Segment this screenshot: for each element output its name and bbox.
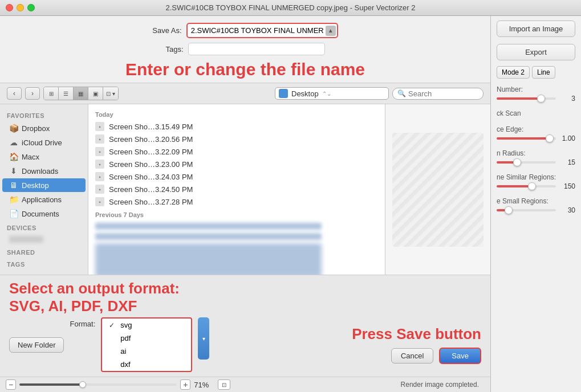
radius-slider-thumb[interactable] (513, 158, 521, 166)
select-format-instruction: Select an output format:SVG, AI, PDF, DX… (9, 280, 481, 315)
list-item[interactable]: ▪ Screen Sho…3.24.03 PM (88, 170, 385, 183)
view-cover-btn[interactable]: ▣ (88, 87, 103, 100)
shared-section-title: Shared (0, 246, 88, 258)
format-option-svg[interactable]: ✓ svg (102, 318, 191, 332)
zoom-slider-thumb[interactable] (79, 381, 86, 388)
sidebar-item-documents[interactable]: 📄 Documents (2, 207, 86, 220)
close-button[interactable] (6, 4, 13, 11)
window-title: 2.SWIC#10CB TOYBOX FINAL UNMERGED copy.j… (165, 3, 415, 12)
sidebar-item-dropbox[interactable]: 📦 Dropbox (2, 121, 86, 135)
sidebar-item-device[interactable] (2, 234, 86, 245)
import-image-button[interactable]: Import an Image (497, 21, 575, 37)
new-folder-button[interactable]: New Folder (9, 337, 64, 353)
similar-slider-thumb[interactable] (528, 182, 536, 190)
list-item[interactable]: ▪ Screen Sho…3.23.00 PM (88, 158, 385, 170)
number-label: Number: (497, 85, 575, 93)
bottom-right: Press Save button Cancel Save (352, 325, 481, 364)
list-item[interactable]: ▪ Screen Sho…3.27.28 PM (88, 195, 385, 208)
zoom-slider-track[interactable] (19, 383, 177, 386)
sidebar-item-macx[interactable]: 🏠 Macx (2, 150, 86, 164)
format-option-pdf[interactable]: pdf (102, 332, 191, 345)
window-controls[interactable] (6, 4, 35, 11)
zoom-bar: − + 71% ⊡ Render image completed. (0, 377, 490, 392)
preview-placeholder (392, 133, 484, 247)
small-section: e Small Regions: 30 (491, 194, 581, 218)
zoom-minus-button[interactable]: − (6, 379, 16, 390)
file-icon: ▪ (95, 147, 104, 156)
save-button[interactable]: Save (439, 348, 481, 364)
small-value: 30 (559, 206, 575, 214)
format-option-dxf[interactable]: dxf (102, 358, 191, 371)
file-name: Screen Sho…3.27.28 PM (109, 198, 193, 206)
list-item[interactable]: ▪ Screen Sho…3.15.49 PM (88, 120, 385, 133)
sidebar-item-label: Desktop (22, 181, 49, 190)
zoom-fit-button[interactable]: ⊡ (218, 379, 230, 390)
save-as-input[interactable] (189, 25, 326, 36)
save-as-input-wrapper: ▲ (186, 23, 338, 38)
sidebar-item-icloud[interactable]: ☁ iCloud Drive (2, 136, 86, 149)
app-container: Save As: ▲ Tags: Enter or change the fil… (0, 16, 581, 392)
format-select-button[interactable]: ▾ (198, 317, 209, 360)
save-as-chevron[interactable]: ▲ (326, 26, 336, 36)
format-label: Format: (70, 317, 95, 328)
similar-slider-track[interactable] (497, 185, 556, 187)
view-list-btn[interactable]: ☰ (59, 87, 74, 100)
small-slider-track[interactable] (497, 209, 556, 211)
format-dropdown[interactable]: ✓ svg pdf ai (101, 317, 192, 372)
similar-value: 150 (559, 182, 575, 190)
check-mark-svg: ✓ (109, 321, 116, 329)
format-label-dxf: dxf (120, 360, 130, 369)
save-as-label: Save As: (152, 26, 181, 35)
file-name: Screen Sho…3.20.56 PM (109, 135, 193, 144)
view-icon-btn[interactable]: ⊞ (44, 87, 59, 100)
list-item[interactable]: ▪ Screen Sho…3.24.50 PM (88, 183, 385, 195)
number-slider-thumb[interactable] (537, 95, 545, 103)
file-name: Screen Sho…3.15.49 PM (109, 122, 193, 131)
mode-2-button[interactable]: Mode 2 (497, 66, 530, 79)
maximize-button[interactable] (27, 4, 35, 11)
list-item[interactable]: ▪ Screen Sho…3.22.09 PM (88, 145, 385, 158)
ce-edge-slider-track[interactable] (497, 137, 556, 140)
press-save-instruction: Press Save button (352, 325, 481, 343)
small-slider-thumb[interactable] (505, 206, 513, 214)
tags-label: Tags: (165, 45, 183, 54)
search-input[interactable] (408, 89, 471, 98)
blurred-file-3 (95, 243, 322, 275)
blurred-files (88, 220, 385, 275)
number-slider-track[interactable] (497, 97, 556, 100)
number-section: Number: 3 (491, 82, 581, 106)
minimize-button[interactable] (17, 4, 24, 11)
sidebar-item-desktop[interactable]: 🖥 Desktop (2, 178, 86, 192)
line-button[interactable]: Line (532, 66, 555, 79)
list-item[interactable]: ▪ Screen Sho…3.20.56 PM (88, 133, 385, 145)
ce-edge-slider-thumb[interactable] (546, 134, 554, 142)
format-label-ai: ai (120, 347, 126, 356)
view-extra-btn[interactable]: ⊡ ▾ (103, 87, 118, 100)
view-column-btn[interactable]: ▦ (74, 87, 88, 100)
location-chevron: ⌃⌄ (322, 91, 331, 97)
search-icon: 🔍 (397, 89, 406, 97)
format-option-ai[interactable]: ai (102, 345, 191, 358)
documents-icon: 📄 (9, 209, 18, 218)
format-section: Format: ✓ svg pdf (70, 317, 209, 372)
file-name: Screen Sho…3.24.03 PM (109, 173, 193, 181)
devices-section-title: Devices (0, 221, 88, 233)
sidebar-item-applications[interactable]: 📁 Applications (2, 193, 86, 206)
mode-row: Mode 2 Line (497, 66, 575, 79)
blurred-file-1 (95, 223, 322, 230)
location-bar[interactable]: Desktop ⌃⌄ (275, 87, 389, 100)
zoom-plus-button[interactable]: + (180, 379, 190, 390)
tags-input[interactable] (188, 43, 325, 55)
forward-button[interactable]: › (25, 87, 40, 100)
file-name: Screen Sho…3.22.09 PM (109, 148, 193, 156)
radius-slider-track[interactable] (497, 161, 556, 164)
sidebar-item-downloads[interactable]: ⬇ Downloads (2, 164, 86, 178)
ce-edge-value: 1.00 (559, 134, 575, 142)
back-button[interactable]: ‹ (7, 87, 22, 100)
ckscan-section: ck Scan (491, 106, 581, 122)
search-bar[interactable]: 🔍 (392, 88, 484, 100)
export-button[interactable]: Export (497, 44, 575, 60)
small-label: e Small Regions: (497, 197, 575, 205)
toolbar: ‹ › ⊞ ☰ ▦ ▣ ⊡ ▾ Desktop ⌃⌄ 🔍 (0, 83, 490, 104)
cancel-button[interactable]: Cancel (391, 348, 433, 364)
